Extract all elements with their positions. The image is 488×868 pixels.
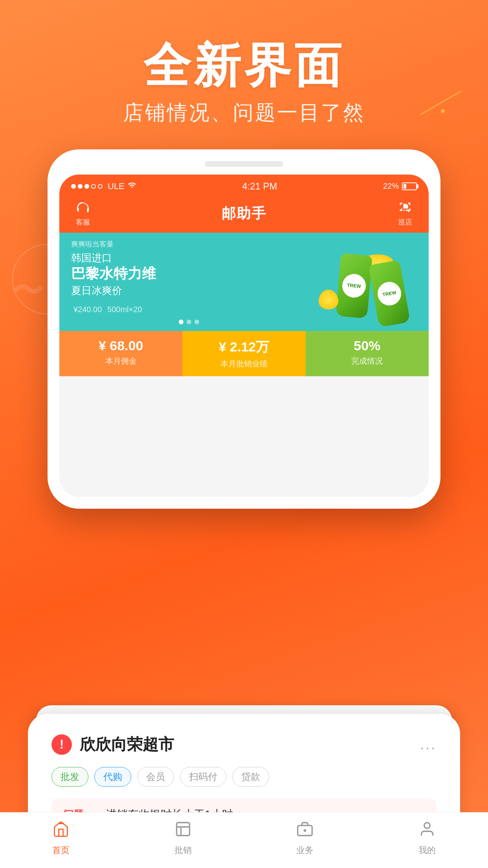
store-header: ! 欣欣向荣超市 ... — [51, 734, 437, 755]
bg-decoration-wave: 〜 — [12, 275, 43, 307]
stat-commission-value: ¥ 68.00 — [99, 338, 143, 353]
tag-member[interactable]: 会员 — [137, 767, 174, 787]
stat-sales-value: ¥ 2.12万 — [219, 338, 270, 356]
status-bar: ULE 4:21 PM 22% — [59, 175, 429, 196]
profile-icon — [418, 820, 436, 841]
bottle-back: TREW — [336, 253, 372, 318]
tag-loan[interactable]: 贷款 — [232, 767, 269, 787]
svg-point-7 — [424, 823, 430, 829]
banner-title2: 巴黎水特力维 — [71, 265, 307, 282]
nav-business[interactable]: 业务 — [296, 820, 314, 856]
main-title: 全新界面 — [0, 39, 488, 91]
nav-patrol[interactable]: 巡店 — [397, 200, 413, 227]
headset-icon — [75, 200, 91, 216]
product-illustration: TREW TREW — [315, 246, 417, 325]
business-icon — [296, 820, 314, 841]
lemon-bottom — [319, 290, 338, 309]
wifi-icon — [128, 181, 136, 191]
carrier-label: ULE — [108, 181, 125, 191]
svg-rect-0 — [58, 823, 64, 824]
header-section: 全新界面 店铺情况、问题一目了然 — [0, 0, 488, 127]
tag-scanpay[interactable]: 扫码付 — [180, 767, 226, 787]
batch-icon — [174, 820, 192, 841]
stats-row: ¥ 68.00 本月佣金 ¥ 2.12万 本月批销业绩 50% 完成情况 — [59, 331, 429, 376]
sub-title: 店铺情况、问题一目了然 — [0, 99, 488, 127]
phone-notch — [205, 161, 283, 167]
battery-percent: 22% — [383, 182, 399, 191]
bottle-label-front: TREW — [376, 280, 403, 307]
nav-profile-label: 我的 — [418, 844, 436, 856]
stat-completion: 50% 完成情况 — [306, 331, 429, 376]
app-title: 邮助手 — [222, 204, 266, 223]
home-icon — [52, 820, 70, 841]
store-left: ! 欣欣向荣超市 — [51, 734, 174, 755]
nav-patrol-label: 巡店 — [398, 217, 412, 227]
store-name: 欣欣向荣超市 — [80, 734, 174, 755]
stat-completion-value: 50% — [354, 338, 380, 353]
phone-mockup: ULE 4:21 PM 22% — [48, 149, 440, 509]
stat-commission: ¥ 68.00 本月佣金 — [59, 331, 182, 376]
battery-icon — [402, 182, 417, 190]
bottom-nav: 首页 批销 业务 我的 — [0, 812, 488, 868]
status-right: 22% — [383, 182, 417, 191]
banner-left: 爽爽啦当客量 韩国进口 巴黎水特力维 夏日冰爽价 ¥240.00 500ml×2… — [71, 239, 307, 324]
stat-sales: ¥ 2.12万 本月批销业绩 — [182, 331, 305, 376]
nav-home-label: 首页 — [52, 844, 70, 856]
signal-dots — [71, 184, 103, 189]
app-navbar: 客服 邮助手 巡店 — [59, 196, 429, 233]
more-button[interactable]: ... — [420, 736, 437, 753]
nav-service-label: 客服 — [76, 217, 90, 227]
nav-batch[interactable]: 批销 — [174, 820, 192, 856]
banner-title1: 韩国进口 — [71, 251, 307, 265]
scan-icon — [397, 200, 413, 216]
stat-sales-label: 本月批销业绩 — [220, 359, 268, 369]
banner-title3: 夏日冰爽价 — [71, 284, 307, 298]
phone-frame: ULE 4:21 PM 22% — [48, 149, 440, 509]
banner-section: 爽爽啦当客量 韩国进口 巴黎水特力维 夏日冰爽价 ¥240.00 500ml×2… — [59, 233, 429, 331]
stat-commission-label: 本月佣金 — [105, 356, 137, 366]
sub-title-sep: 、 — [211, 101, 233, 124]
banner-tag: 爽爽啦当客量 — [71, 239, 307, 249]
status-time: 4:21 PM — [242, 181, 277, 192]
banner-dots — [71, 320, 307, 324]
tag-wholesale[interactable]: 批发 — [51, 767, 88, 787]
banner-price: ¥240.00 500ml×20 — [71, 302, 307, 315]
bottle-label-back: TREW — [341, 273, 367, 298]
nav-home[interactable]: 首页 — [52, 820, 70, 856]
store-tags: 批发 代购 会员 扫码付 贷款 — [51, 767, 437, 787]
stat-completion-label: 完成情况 — [351, 356, 383, 366]
sub-title-part1: 店铺情况 — [123, 101, 211, 124]
status-left: ULE — [71, 181, 136, 191]
alert-icon: ! — [51, 734, 72, 755]
phone-screen: ULE 4:21 PM 22% — [59, 175, 429, 497]
svg-rect-1 — [176, 823, 189, 836]
nav-batch-label: 批销 — [174, 844, 192, 856]
banner-right: TREW TREW — [307, 239, 417, 325]
nav-business-label: 业务 — [296, 844, 314, 856]
sub-title-part2: 问题一目了然 — [233, 101, 365, 124]
tag-agency[interactable]: 代购 — [94, 767, 131, 787]
nav-profile[interactable]: 我的 — [418, 820, 436, 856]
bottle-front: TREW — [369, 260, 411, 327]
nav-customer-service[interactable]: 客服 — [75, 200, 91, 227]
